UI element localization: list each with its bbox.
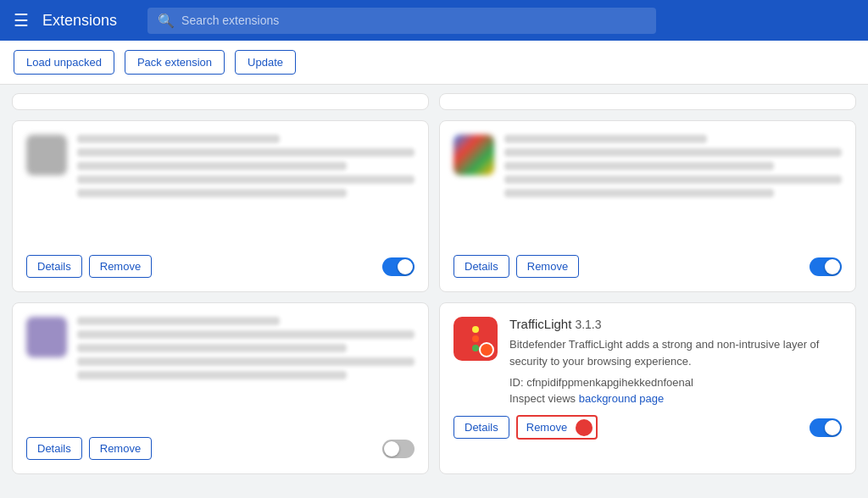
blurred-line (504, 162, 774, 170)
card-footer-1: Details Remove (26, 255, 415, 278)
remove-red-dot (576, 419, 593, 436)
blurred-line (77, 135, 280, 143)
load-unpacked-button[interactable]: Load unpacked (14, 50, 114, 75)
blurred-line (77, 148, 415, 157)
blurred-line (504, 148, 842, 157)
extension-card-2: Details Remove (439, 120, 856, 292)
trafficlight-icon (453, 317, 498, 361)
extension-card-trafficlight: TrafficLight3.1.3 Bitdefender TrafficLig… (439, 302, 856, 474)
background-page-link[interactable]: background page (579, 392, 664, 405)
blurred-line (77, 189, 347, 197)
extension-card-1: Details Remove (12, 120, 429, 292)
tl-badge-icon (479, 342, 494, 357)
toggle-3[interactable] (382, 440, 415, 458)
partial-card-left (12, 93, 429, 110)
blurred-line (77, 344, 347, 352)
menu-icon[interactable]: ☰ (14, 10, 29, 30)
details-button-3[interactable]: Details (26, 437, 82, 460)
blurred-line (504, 189, 774, 197)
trafficlight-id: ID: cfnpidifppmenkapgihekkednfoenal (509, 376, 842, 389)
ext-version: 3.1.3 (575, 318, 601, 331)
blurred-line (77, 317, 280, 325)
trafficlight-footer: Details Remove (453, 415, 842, 440)
blurred-line (77, 371, 347, 379)
pack-extension-button[interactable]: Pack extension (125, 50, 225, 75)
remove-button-2[interactable]: Remove (516, 255, 579, 278)
remove-button-tl[interactable]: Remove (518, 417, 576, 438)
search-bar: 🔍 (147, 8, 656, 34)
toolbar: Load unpacked Pack extension Update (0, 41, 868, 85)
trafficlight-inspect: Inspect views background page (509, 392, 842, 405)
toggle-1[interactable] (382, 257, 415, 276)
trafficlight-description: Bitdefender TrafficLight adds a strong a… (509, 336, 842, 369)
search-input[interactable] (181, 14, 646, 27)
card-footer-3: Details Remove (26, 437, 415, 460)
blurred-line (77, 357, 415, 366)
remove-button-1[interactable]: Remove (89, 255, 152, 278)
ext-name: TrafficLight (509, 317, 571, 331)
blurred-line (77, 175, 415, 184)
update-button[interactable]: Update (235, 50, 296, 75)
ext-icon-2 (453, 135, 494, 175)
trafficlight-title: TrafficLight3.1.3 (509, 317, 842, 331)
details-button-2[interactable]: Details (453, 255, 509, 278)
toggle-2[interactable] (810, 257, 842, 276)
page-title: Extensions (42, 12, 117, 30)
ext-info-1 (77, 135, 415, 197)
blurred-line (504, 135, 707, 143)
ext-info-3 (77, 317, 415, 379)
details-button-1[interactable]: Details (26, 255, 82, 278)
remove-button-highlighted-wrapper: Remove (516, 415, 598, 440)
ext-icon-3 (26, 317, 67, 357)
details-button-tl[interactable]: Details (453, 416, 509, 439)
card-footer-2: Details Remove (453, 255, 842, 278)
trafficlight-header: TrafficLight3.1.3 Bitdefender TrafficLig… (453, 317, 842, 405)
trafficlight-info: TrafficLight3.1.3 Bitdefender TrafficLig… (509, 317, 842, 405)
extension-card-3: Details Remove (12, 302, 429, 474)
inspect-label: Inspect views (509, 392, 576, 405)
blurred-line (77, 330, 415, 339)
ext-info-2 (504, 135, 842, 197)
header: ☰ Extensions 🔍 (0, 0, 868, 41)
ext-icon-1 (26, 135, 67, 175)
remove-button-3[interactable]: Remove (89, 437, 152, 460)
toggle-tl[interactable] (810, 418, 842, 437)
blurred-line (77, 162, 347, 170)
partial-card-right (439, 93, 856, 110)
blurred-line (504, 175, 842, 184)
search-icon: 🔍 (158, 13, 175, 29)
